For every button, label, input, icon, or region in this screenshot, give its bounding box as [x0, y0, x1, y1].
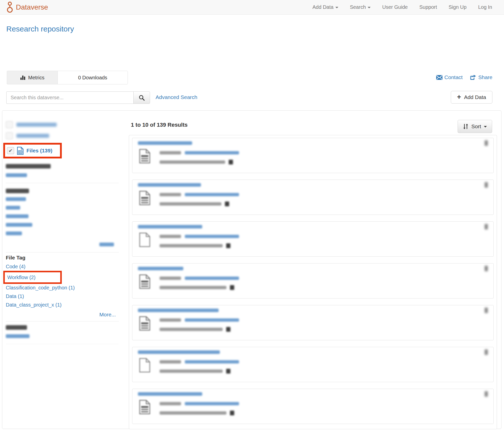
check-icon: ✔: [9, 148, 13, 153]
search-input[interactable]: [6, 91, 134, 104]
result-title-redacted[interactable]: [138, 183, 201, 187]
result-title-redacted[interactable]: [138, 225, 202, 228]
result-metadata-redacted: [160, 411, 226, 415]
result-metadata-redacted: [160, 244, 223, 247]
brand-label: Dataverse: [16, 3, 48, 11]
facet-file-tag-classification_code_python[interactable]: Classification_code_python (1): [6, 285, 75, 291]
metrics-bar: Metrics 0 Downloads: [7, 71, 128, 84]
result-dataset-link-redacted[interactable]: [185, 235, 239, 238]
result-date-redacted: [160, 193, 181, 196]
result-date-redacted: [160, 360, 181, 363]
result-metadata-redacted: [160, 286, 226, 289]
result-metadata-redacted: [160, 202, 221, 206]
result-date-redacted: [160, 277, 181, 280]
tabular-file-thumbnail-icon: [139, 149, 151, 164]
envelope-icon: [436, 75, 442, 80]
facet-files-link[interactable]: Files (139): [26, 148, 52, 154]
tabular-file-thumbnail-icon: [139, 400, 151, 415]
tab-metrics[interactable]: Metrics: [7, 71, 58, 84]
file-tag-heading: File Tag: [6, 255, 25, 261]
file-tag-more-link[interactable]: More...: [99, 312, 116, 318]
result-dataset-link-redacted[interactable]: [185, 277, 239, 280]
facet-type-datasets-redacted[interactable]: [6, 132, 49, 139]
tabular-file-thumbnail-icon: [139, 316, 151, 331]
access-link-redacted[interactable]: [6, 334, 29, 338]
result-corner-icon-redacted[interactable]: [485, 308, 488, 313]
nav-item-search[interactable]: Search: [344, 4, 376, 10]
download-icon-redacted[interactable]: [230, 411, 234, 415]
result-title-redacted[interactable]: [138, 392, 202, 396]
facet-file-tag-workflow[interactable]: Workflow (2): [3, 271, 62, 284]
result-dataset-link-redacted[interactable]: [185, 360, 239, 363]
result-dataset-link-redacted[interactable]: [185, 402, 239, 405]
result-dataset-link-redacted[interactable]: [185, 193, 239, 196]
file-type-link-redacted[interactable]: [6, 197, 26, 201]
search-icon: [139, 95, 145, 101]
result-title-redacted[interactable]: [138, 309, 219, 312]
checkbox[interactable]: [6, 121, 13, 128]
plain-file-thumbnail-icon: [139, 232, 151, 247]
result-date-redacted: [160, 151, 181, 154]
result-corner-icon-redacted[interactable]: [485, 391, 488, 397]
bar-chart-icon: [20, 75, 26, 80]
share-button[interactable]: Share: [470, 74, 492, 80]
dataverse-actions: Contact Share: [436, 74, 492, 80]
share-icon: [470, 75, 476, 80]
result-card-5: [132, 305, 494, 340]
facet-file-tag-data[interactable]: Data (1): [6, 293, 24, 299]
sort-arrows-icon: [463, 123, 468, 129]
nav-item-user-guide[interactable]: User Guide: [376, 4, 413, 10]
result-card-6: [132, 347, 494, 382]
result-metadata-redacted: [160, 370, 223, 373]
chevron-down-icon: [335, 7, 338, 8]
result-corner-icon-redacted[interactable]: [485, 182, 488, 188]
result-card-2: [132, 180, 494, 215]
divider: [6, 344, 119, 344]
result-dataset-link-redacted[interactable]: [185, 151, 239, 154]
facet-type-files-highlight: ✔ Files (139): [3, 143, 62, 158]
facet-type-dataverses-redacted[interactable]: [6, 121, 57, 128]
nav-item-sign-up[interactable]: Sign Up: [443, 4, 472, 10]
search-submit-button[interactable]: [133, 91, 150, 104]
file-type-link-redacted[interactable]: [6, 223, 32, 227]
result-corner-icon-redacted[interactable]: [485, 266, 488, 271]
result-title-redacted[interactable]: [138, 267, 183, 270]
checkbox[interactable]: [6, 132, 13, 139]
tabular-file-thumbnail-icon: [139, 274, 151, 289]
download-icon-redacted[interactable]: [230, 285, 234, 290]
sort-button[interactable]: Sort: [458, 120, 492, 133]
contact-button[interactable]: Contact: [436, 74, 463, 80]
chevron-down-icon: [368, 7, 371, 8]
dataverse-brand[interactable]: Dataverse: [6, 2, 48, 13]
download-icon-redacted[interactable]: [226, 369, 230, 374]
download-icon-redacted[interactable]: [226, 243, 230, 248]
files-checkbox[interactable]: ✔: [7, 147, 14, 154]
file-type-link-redacted[interactable]: [6, 231, 22, 235]
facet-file-tag-data_class_project_x[interactable]: Data_class_project_x (1): [6, 302, 62, 308]
tabular-file-icon: [17, 147, 24, 155]
nav-item-support[interactable]: Support: [413, 4, 443, 10]
nav-item-log-in[interactable]: Log In: [472, 4, 498, 10]
result-corner-icon-redacted[interactable]: [485, 140, 488, 146]
file-type-link-redacted[interactable]: [6, 214, 28, 218]
file-type-more-link-redacted[interactable]: [99, 243, 114, 246]
facet-file-tag-code[interactable]: Code (4): [6, 264, 25, 270]
nav-item-add-data[interactable]: Add Data: [307, 4, 344, 10]
publication-year-link-redacted[interactable]: [6, 173, 27, 177]
advanced-search-link[interactable]: Advanced Search: [156, 94, 197, 100]
result-title-redacted[interactable]: [138, 141, 192, 145]
access-heading-redacted: [6, 325, 27, 330]
add-data-button[interactable]: + Add Data: [451, 91, 492, 104]
result-title-redacted[interactable]: [138, 350, 220, 354]
file-type-link-redacted[interactable]: [6, 206, 20, 210]
tabular-file-thumbnail-icon: [139, 190, 151, 206]
page-title[interactable]: Research repository: [6, 25, 74, 33]
download-icon-redacted[interactable]: [225, 202, 229, 206]
result-corner-icon-redacted[interactable]: [485, 224, 488, 229]
results-count: 1 to 10 of 139 Results: [131, 122, 188, 128]
result-corner-icon-redacted[interactable]: [485, 349, 488, 355]
result-dataset-link-redacted[interactable]: [185, 318, 239, 322]
download-icon-redacted[interactable]: [226, 327, 230, 332]
download-icon-redacted[interactable]: [229, 160, 233, 164]
metrics-tab-label: Metrics: [28, 75, 44, 81]
